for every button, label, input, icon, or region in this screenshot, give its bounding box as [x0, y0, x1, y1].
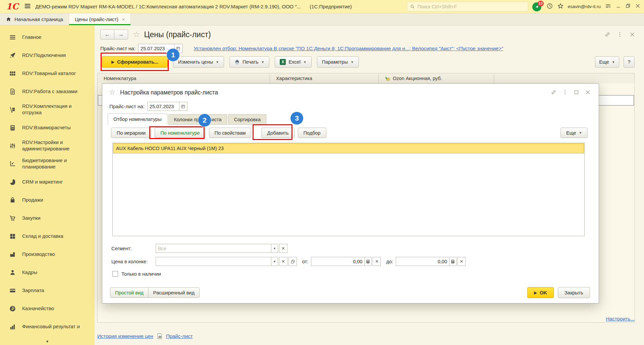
tab-nomenclature-filter[interactable]: Отбор номенклатуры	[108, 114, 167, 125]
price-to-input[interactable]	[396, 257, 449, 266]
price-history-link[interactable]: История изменения цен	[97, 333, 153, 339]
dialog-header-icons	[551, 89, 591, 95]
segment-input[interactable]	[156, 244, 271, 253]
page-toolbar: ▶Сформировать... Изменить цены▼ Печать▼ …	[102, 56, 359, 68]
close-window-button[interactable]	[635, 3, 641, 10]
generate-button[interactable]: ▶Сформировать...	[102, 56, 168, 68]
maximize-icon[interactable]	[574, 89, 579, 95]
only-in-stock-checkbox[interactable]	[112, 271, 118, 277]
add-button[interactable]: Добавить	[261, 128, 294, 138]
price-from-input[interactable]	[311, 257, 365, 266]
sidebar-item-sales[interactable]: Продажи	[0, 191, 95, 209]
service-menu-icon[interactable]	[605, 3, 611, 11]
more-menu-icon[interactable]	[617, 31, 623, 38]
get-link-icon[interactable]	[604, 31, 610, 38]
printer-icon	[234, 59, 240, 65]
simple-view-button[interactable]: Простой вид	[110, 287, 149, 298]
shopping-cart-icon	[9, 215, 16, 222]
more-button[interactable]: Еще▼	[595, 56, 619, 68]
close-dialog-icon[interactable]	[585, 89, 591, 95]
get-link-icon[interactable]	[551, 89, 556, 95]
segment-dropdown-button[interactable]: ▼	[271, 244, 278, 253]
price-column-input[interactable]	[156, 257, 271, 266]
close-page-icon[interactable]	[629, 31, 635, 38]
price-column-clear-button[interactable]: ✕	[279, 257, 287, 266]
favorites-star-icon[interactable]	[557, 3, 564, 11]
sidebar-item-rdv-admin[interactable]: RDV:Настройки и администрирование	[0, 137, 95, 155]
tab-prices[interactable]: Цены (прайс-лист) ×	[69, 13, 131, 25]
help-button[interactable]: ?	[624, 56, 635, 68]
sidebar-item-finance-result[interactable]: Финансовый результат и	[0, 318, 95, 336]
parameters-button[interactable]: Параметры▼	[317, 56, 359, 68]
home-icon	[6, 16, 11, 22]
only-in-stock-label: Только в наличии	[121, 271, 161, 277]
sidebar-item-rdv-catalog[interactable]: RDV:Товарный каталог	[0, 64, 95, 82]
pricelist-link[interactable]: Прайс-лист	[166, 333, 193, 339]
column-characteristic[interactable]: Характеристика	[270, 73, 379, 83]
column-ozon-price[interactable]: Ozon Акционная, руб.	[379, 73, 494, 83]
history-icon[interactable]	[546, 3, 553, 11]
sidebar-item-main[interactable]: Главное	[0, 28, 95, 46]
price-column-open-button[interactable]	[288, 257, 297, 266]
from-calculator-button[interactable]	[364, 257, 372, 266]
nomenclature-list[interactable]: AUX Кабель HOCO UPA11 AUX Черный (1M) 23	[112, 143, 585, 236]
sidebar-scroll-down[interactable]: ▼	[0, 338, 95, 345]
sidebar-item-hr[interactable]: Кадры	[0, 263, 95, 281]
tab-close-icon[interactable]: ×	[122, 17, 125, 22]
tab-sorting[interactable]: Сортировка	[228, 114, 266, 125]
change-prices-button[interactable]: Изменить цены▼	[173, 56, 224, 68]
sidebar-item-budgeting[interactable]: Бюджетирование и планирование	[0, 155, 95, 173]
by-properties-button[interactable]: По свойствам	[209, 128, 252, 138]
forward-button[interactable]: →	[114, 29, 128, 40]
restore-button[interactable]	[625, 3, 631, 10]
sidebar-item-purchases[interactable]: Закупки	[0, 209, 95, 227]
main-menu-icon[interactable]	[24, 2, 31, 11]
filter-link[interactable]: Установлен отбор: Номенклатура В списке …	[194, 46, 503, 51]
sidebar-item-rdv-connections[interactable]: RDV:Подключения	[0, 46, 95, 64]
more-menu-icon[interactable]	[562, 89, 568, 95]
global-search[interactable]	[407, 2, 528, 11]
close-button[interactable]: Закрыть	[558, 287, 590, 298]
sidebar-item-salary[interactable]: Зарплата	[0, 281, 95, 299]
sidebar-item-treasury[interactable]: Казначейство	[0, 299, 95, 318]
pick-button[interactable]: Подбор	[298, 128, 326, 138]
segment-clear-button[interactable]: ✕	[279, 244, 287, 253]
sidebar-item-rdv-orders[interactable]: RDV:Работа с заказами	[0, 82, 95, 100]
dialog-date-input[interactable]	[147, 102, 179, 111]
from-clear-button[interactable]: ✕	[373, 257, 381, 266]
sidebar-item-warehouse[interactable]: Склад и доставка	[0, 227, 95, 245]
dialog-more-button[interactable]: Еще▼	[560, 128, 588, 138]
to-calculator-button[interactable]	[449, 257, 457, 266]
page-title: Цены (прайс-лист)	[144, 30, 211, 39]
selected-list-item[interactable]: AUX Кабель HOCO UPA11 AUX Черный (1M) 23	[113, 143, 584, 153]
minimize-button[interactable]	[615, 3, 621, 10]
configure-link[interactable]: Настроить...	[606, 316, 635, 322]
discussions-button[interactable]: 13	[532, 2, 542, 12]
by-hierarchy-button[interactable]: По иерархии	[111, 128, 151, 138]
tab-pricelist-columns[interactable]: Колонки прайс-листа	[168, 114, 227, 125]
sidebar-item-rdv-settlements[interactable]: RDV:Взаиморасчеты	[0, 119, 95, 137]
excel-button[interactable]: XExcel▼	[275, 56, 311, 68]
advanced-view-button[interactable]: Расширенный вид	[148, 287, 200, 298]
search-icon	[410, 4, 415, 9]
to-clear-button[interactable]: ✕	[458, 257, 466, 266]
print-button[interactable]: Печать▼	[229, 56, 269, 68]
back-button[interactable]: ←	[100, 29, 114, 40]
favorite-star-icon[interactable]: ☆	[133, 30, 140, 39]
window-title: ДЕМО-режим RDV Маркет RM-KA-MODEL / 1С:К…	[35, 4, 301, 9]
sidebar-item-crm[interactable]: CRM и маркетинг	[0, 173, 95, 191]
sidebar-item-production[interactable]: Производство	[0, 245, 95, 263]
chevron-down-icon: ▼	[351, 60, 354, 64]
sidebar-item-rdv-shipping[interactable]: RDV:Комплектация и отгрузка	[0, 100, 95, 119]
price-column-dropdown-button[interactable]: ▼	[271, 257, 278, 266]
dialog-favorite-star-icon[interactable]: ☆	[109, 88, 115, 96]
chevron-down-icon: ▼	[303, 60, 307, 64]
tab-home[interactable]: Начальная страница	[0, 13, 69, 25]
dialog-date-label: Прайс-лист на:	[109, 104, 145, 109]
menu-icon	[9, 34, 16, 41]
column-nomenclature[interactable]: Номенклатура	[98, 73, 270, 83]
search-input[interactable]	[417, 4, 525, 10]
by-nomenclature-button[interactable]: По номенклатуре	[155, 128, 205, 138]
ok-button[interactable]: ▶OK	[527, 287, 554, 298]
calendar-button[interactable]	[179, 102, 187, 111]
